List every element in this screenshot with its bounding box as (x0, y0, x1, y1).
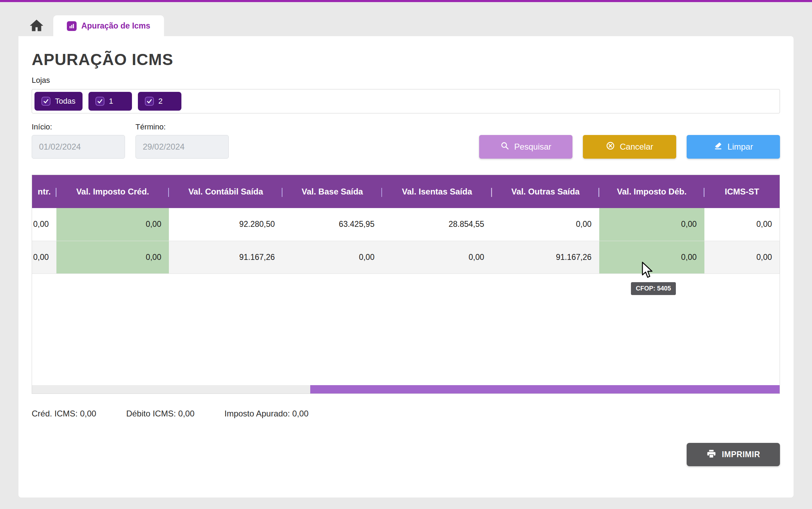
cell[interactable]: 92.280,50 (169, 208, 282, 241)
chip-loja-1[interactable]: 1 (88, 92, 132, 111)
col-header-val-imposto-cred[interactable]: Val. Imposto Créd.| (56, 175, 169, 208)
cell[interactable]: 91.167,26 (169, 241, 282, 273)
table-row[interactable]: 0,00 0,00 91.167,26 0,00 0,00 91.167,26 … (32, 241, 780, 273)
chip-label: 1 (109, 97, 113, 106)
limpar-label: Limpar (727, 142, 753, 152)
debito-icms-total: Débito ICMS: 0,00 (126, 409, 194, 419)
col-header-val-imposto-deb[interactable]: Val. Imposto Déb.| (599, 175, 704, 208)
filter-row: Início: Término: Pesquisar (32, 122, 780, 159)
cancel-circle-icon (606, 141, 615, 152)
cancelar-label: Cancelar (620, 142, 653, 152)
action-buttons: Pesquisar Cancelar (479, 135, 780, 159)
checkbox-checked-icon[interactable] (145, 97, 154, 106)
totals-summary: Créd. ICMS: 0,00 Débito ICMS: 0,00 Impos… (32, 409, 780, 419)
pesquisar-label: Pesquisar (514, 142, 552, 152)
termino-group: Término: (135, 122, 229, 159)
cell-highlighted[interactable]: 0,00 (56, 241, 169, 273)
checkbox-checked-icon[interactable] (41, 97, 50, 106)
cell-highlighted[interactable]: 0,00 (599, 241, 704, 273)
col-header-val-base-saida[interactable]: Val. Base Saída| (282, 175, 382, 208)
cell[interactable]: 0,00 (382, 241, 492, 273)
print-row: IMPRIMIR (32, 443, 780, 466)
col-header-val-isentas-saida[interactable]: Val. Isentas Saída| (382, 175, 492, 208)
pesquisar-button[interactable]: Pesquisar (479, 135, 572, 159)
lojas-label: Lojas (32, 77, 780, 84)
cell[interactable]: 0,00 (32, 208, 56, 241)
eraser-icon (713, 141, 723, 152)
inicio-group: Início: (32, 122, 125, 159)
cell[interactable]: 91.167,26 (492, 241, 599, 273)
page: Apuração de Icms APURAÇÃO ICMS Lojas Tod… (0, 0, 812, 509)
cell[interactable]: 0,00 (282, 241, 382, 273)
cell[interactable]: 28.854,55 (382, 208, 492, 241)
tab-label: Apuração de Icms (81, 21, 150, 31)
chip-label: 2 (158, 97, 163, 106)
chart-icon (67, 21, 77, 31)
termino-date-input[interactable] (135, 135, 229, 159)
cell[interactable]: 0,00 (704, 208, 780, 241)
home-icon (29, 29, 44, 34)
imprimir-label: IMPRIMIR (722, 450, 760, 459)
header-row: ntr.| Val. Imposto Créd.| Val. Contábil … (32, 175, 780, 208)
cell-highlighted[interactable]: 0,00 (56, 208, 169, 241)
lojas-filter-box: Todas 1 2 (32, 89, 780, 113)
termino-label: Término: (135, 122, 229, 132)
cell[interactable]: 0,00 (32, 241, 56, 273)
col-header-entr[interactable]: ntr.| (32, 175, 56, 208)
col-header-val-contabil-saida[interactable]: Val. Contábil Saída| (169, 175, 282, 208)
col-header-val-outras-saida[interactable]: Val. Outras Saída| (492, 175, 599, 208)
cancelar-button[interactable]: Cancelar (583, 135, 676, 159)
search-icon (500, 141, 509, 152)
main-panel: APURAÇÃO ICMS Lojas Todas 1 2 (18, 36, 794, 498)
imposto-apurado-total: Imposto Apurado: 0,00 (225, 409, 309, 419)
printer-icon (706, 449, 716, 461)
horizontal-scrollbar[interactable] (32, 385, 780, 393)
scrollbar-thumb[interactable] (310, 385, 780, 393)
cell[interactable]: 0,00 (492, 208, 599, 241)
home-button[interactable] (29, 18, 44, 33)
chip-label: Todas (55, 97, 76, 106)
inicio-date-input[interactable] (32, 135, 125, 159)
checkbox-checked-icon[interactable] (95, 97, 104, 106)
imprimir-button[interactable]: IMPRIMIR (687, 443, 780, 466)
table-row[interactable]: 0,00 0,00 92.280,50 63.425,95 28.854,55 … (32, 208, 780, 241)
cell-highlighted[interactable]: 0,00 (599, 208, 704, 241)
topbar: Apuração de Icms (0, 2, 812, 36)
limpar-button[interactable]: Limpar (687, 135, 780, 159)
chip-todas[interactable]: Todas (34, 92, 83, 111)
page-title: APURAÇÃO ICMS (32, 36, 780, 67)
inicio-label: Início: (32, 122, 125, 132)
cell[interactable]: 0,00 (704, 241, 780, 273)
col-header-icms-st[interactable]: ICMS-ST (704, 175, 780, 208)
tab-apuracao-de-icms[interactable]: Apuração de Icms (53, 15, 164, 37)
cell[interactable]: 63.425,95 (282, 208, 382, 241)
chip-loja-2[interactable]: 2 (138, 92, 181, 111)
cred-icms-total: Créd. ICMS: 0,00 (32, 409, 96, 419)
cfop-tooltip: CFOP: 5405 (631, 282, 676, 295)
